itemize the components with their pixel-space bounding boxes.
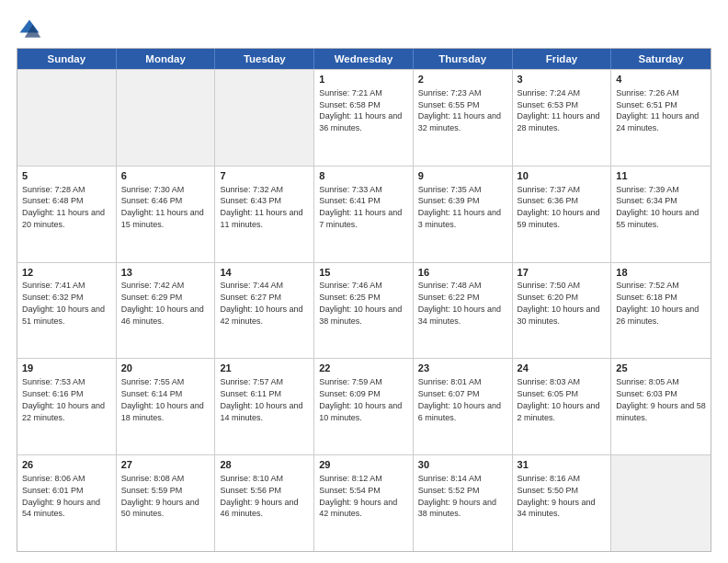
day-number: 29: [319, 458, 408, 472]
day-number: 14: [220, 266, 309, 280]
empty-cell: [117, 70, 216, 166]
day-number: 1: [319, 73, 408, 86]
page: SundayMondayTuesdayWednesdayThursdayFrid…: [0, 0, 728, 563]
day-cell-17: 17Sunrise: 7:50 AM Sunset: 6:20 PM Dayli…: [513, 263, 612, 359]
day-cell-18: 18Sunrise: 7:52 AM Sunset: 6:18 PM Dayli…: [611, 263, 711, 359]
day-number: 23: [418, 362, 507, 375]
day-number: 8: [319, 169, 408, 183]
day-cell-25: 25Sunrise: 8:05 AM Sunset: 6:03 PM Dayli…: [611, 359, 711, 454]
day-cell-26: 26Sunrise: 8:06 AM Sunset: 6:01 PM Dayli…: [17, 455, 117, 551]
cell-info: Sunrise: 7:35 AM Sunset: 6:39 PM Dayligh…: [418, 185, 501, 229]
day-number: 18: [616, 266, 706, 280]
calendar-week-5: 26Sunrise: 8:06 AM Sunset: 6:01 PM Dayli…: [17, 454, 711, 551]
cell-info: Sunrise: 7:59 AM Sunset: 6:09 PM Dayligh…: [319, 377, 402, 421]
calendar-week-4: 19Sunrise: 7:53 AM Sunset: 6:16 PM Dayli…: [17, 358, 711, 454]
cell-info: Sunrise: 7:24 AM Sunset: 6:53 PM Dayligh…: [518, 88, 600, 132]
day-number: 20: [121, 362, 210, 375]
day-number: 24: [518, 362, 607, 375]
day-cell-29: 29Sunrise: 8:12 AM Sunset: 5:54 PM Dayli…: [314, 455, 414, 551]
day-number: 11: [616, 169, 706, 183]
cell-info: Sunrise: 8:16 AM Sunset: 5:50 PM Dayligh…: [518, 474, 596, 518]
cell-info: Sunrise: 8:01 AM Sunset: 6:07 PM Dayligh…: [418, 377, 501, 421]
cell-info: Sunrise: 8:12 AM Sunset: 5:54 PM Dayligh…: [319, 474, 397, 518]
logo: [17, 17, 46, 42]
cell-info: Sunrise: 8:08 AM Sunset: 5:59 PM Dayligh…: [121, 474, 199, 518]
cell-info: Sunrise: 7:28 AM Sunset: 6:48 PM Dayligh…: [22, 185, 105, 229]
header-day-thursday: Thursday: [414, 49, 513, 69]
day-number: 3: [518, 73, 607, 86]
calendar-week-3: 12Sunrise: 7:41 AM Sunset: 6:32 PM Dayli…: [17, 262, 711, 359]
cell-info: Sunrise: 7:39 AM Sunset: 6:34 PM Dayligh…: [616, 185, 699, 229]
day-cell-7: 7Sunrise: 7:32 AM Sunset: 6:43 PM Daylig…: [215, 167, 314, 262]
cell-info: Sunrise: 7:23 AM Sunset: 6:55 PM Dayligh…: [418, 88, 501, 132]
day-number: 15: [319, 266, 408, 280]
cell-info: Sunrise: 7:44 AM Sunset: 6:27 PM Dayligh…: [220, 281, 302, 325]
day-cell-16: 16Sunrise: 7:48 AM Sunset: 6:22 PM Dayli…: [414, 263, 513, 359]
day-number: 21: [220, 362, 309, 375]
day-cell-13: 13Sunrise: 7:42 AM Sunset: 6:29 PM Dayli…: [117, 263, 216, 359]
cell-info: Sunrise: 7:52 AM Sunset: 6:18 PM Dayligh…: [616, 281, 699, 325]
cell-info: Sunrise: 7:21 AM Sunset: 6:58 PM Dayligh…: [319, 88, 402, 132]
cell-info: Sunrise: 7:50 AM Sunset: 6:20 PM Dayligh…: [518, 281, 600, 325]
day-number: 26: [22, 458, 111, 472]
cell-info: Sunrise: 8:03 AM Sunset: 6:05 PM Dayligh…: [518, 377, 600, 421]
day-cell-9: 9Sunrise: 7:35 AM Sunset: 6:39 PM Daylig…: [414, 167, 513, 262]
day-cell-28: 28Sunrise: 8:10 AM Sunset: 5:56 PM Dayli…: [215, 455, 314, 551]
day-cell-31: 31Sunrise: 8:16 AM Sunset: 5:50 PM Dayli…: [513, 455, 612, 551]
cell-info: Sunrise: 8:14 AM Sunset: 5:52 PM Dayligh…: [418, 474, 496, 518]
cell-info: Sunrise: 7:33 AM Sunset: 6:41 PM Dayligh…: [319, 185, 402, 229]
calendar-week-2: 5Sunrise: 7:28 AM Sunset: 6:48 PM Daylig…: [17, 166, 711, 262]
cell-info: Sunrise: 8:06 AM Sunset: 6:01 PM Dayligh…: [22, 474, 100, 518]
cell-info: Sunrise: 7:37 AM Sunset: 6:36 PM Dayligh…: [518, 185, 600, 229]
day-cell-19: 19Sunrise: 7:53 AM Sunset: 6:16 PM Dayli…: [17, 359, 117, 454]
day-number: 17: [518, 266, 607, 280]
day-cell-5: 5Sunrise: 7:28 AM Sunset: 6:48 PM Daylig…: [17, 167, 117, 262]
day-number: 4: [616, 73, 706, 86]
day-number: 13: [121, 266, 210, 280]
logo-icon: [17, 17, 42, 42]
day-cell-21: 21Sunrise: 7:57 AM Sunset: 6:11 PM Dayli…: [215, 359, 314, 454]
cell-info: Sunrise: 7:55 AM Sunset: 6:14 PM Dayligh…: [121, 377, 204, 421]
day-cell-3: 3Sunrise: 7:24 AM Sunset: 6:53 PM Daylig…: [513, 70, 612, 166]
calendar-header: SundayMondayTuesdayWednesdayThursdayFrid…: [17, 49, 711, 69]
day-number: 6: [121, 169, 210, 183]
day-cell-6: 6Sunrise: 7:30 AM Sunset: 6:46 PM Daylig…: [117, 167, 216, 262]
day-number: 22: [319, 362, 408, 375]
day-number: 16: [418, 266, 507, 280]
empty-cell: [17, 70, 117, 166]
day-cell-24: 24Sunrise: 8:03 AM Sunset: 6:05 PM Dayli…: [513, 359, 612, 454]
header-day-tuesday: Tuesday: [215, 49, 314, 69]
header-day-sunday: Sunday: [17, 49, 117, 69]
day-number: 19: [22, 362, 111, 375]
cell-info: Sunrise: 7:48 AM Sunset: 6:22 PM Dayligh…: [418, 281, 501, 325]
calendar: SundayMondayTuesdayWednesdayThursdayFrid…: [17, 48, 711, 552]
day-number: 28: [220, 458, 309, 472]
empty-cell: [215, 70, 314, 166]
day-cell-4: 4Sunrise: 7:26 AM Sunset: 6:51 PM Daylig…: [611, 70, 711, 166]
cell-info: Sunrise: 7:32 AM Sunset: 6:43 PM Dayligh…: [220, 185, 302, 229]
cell-info: Sunrise: 8:05 AM Sunset: 6:03 PM Dayligh…: [616, 377, 706, 421]
cell-info: Sunrise: 8:10 AM Sunset: 5:56 PM Dayligh…: [220, 474, 298, 518]
cell-info: Sunrise: 7:41 AM Sunset: 6:32 PM Dayligh…: [22, 281, 105, 325]
day-number: 7: [220, 169, 309, 183]
header: [17, 17, 711, 42]
header-day-friday: Friday: [513, 49, 612, 69]
day-cell-15: 15Sunrise: 7:46 AM Sunset: 6:25 PM Dayli…: [314, 263, 414, 359]
cell-info: Sunrise: 7:57 AM Sunset: 6:11 PM Dayligh…: [220, 377, 302, 421]
header-day-monday: Monday: [117, 49, 216, 69]
day-cell-8: 8Sunrise: 7:33 AM Sunset: 6:41 PM Daylig…: [314, 167, 414, 262]
day-cell-14: 14Sunrise: 7:44 AM Sunset: 6:27 PM Dayli…: [215, 263, 314, 359]
day-number: 12: [22, 266, 111, 280]
cell-info: Sunrise: 7:26 AM Sunset: 6:51 PM Dayligh…: [616, 88, 699, 132]
calendar-week-1: 1Sunrise: 7:21 AM Sunset: 6:58 PM Daylig…: [17, 69, 711, 166]
cell-info: Sunrise: 7:53 AM Sunset: 6:16 PM Dayligh…: [22, 377, 105, 421]
cell-info: Sunrise: 7:30 AM Sunset: 6:46 PM Dayligh…: [121, 185, 204, 229]
day-cell-27: 27Sunrise: 8:08 AM Sunset: 5:59 PM Dayli…: [117, 455, 216, 551]
calendar-body: 1Sunrise: 7:21 AM Sunset: 6:58 PM Daylig…: [17, 69, 711, 551]
cell-info: Sunrise: 7:46 AM Sunset: 6:25 PM Dayligh…: [319, 281, 402, 325]
day-number: 25: [616, 362, 706, 375]
day-cell-1: 1Sunrise: 7:21 AM Sunset: 6:58 PM Daylig…: [314, 70, 414, 166]
day-cell-2: 2Sunrise: 7:23 AM Sunset: 6:55 PM Daylig…: [414, 70, 513, 166]
cell-info: Sunrise: 7:42 AM Sunset: 6:29 PM Dayligh…: [121, 281, 204, 325]
empty-cell: [611, 455, 711, 551]
